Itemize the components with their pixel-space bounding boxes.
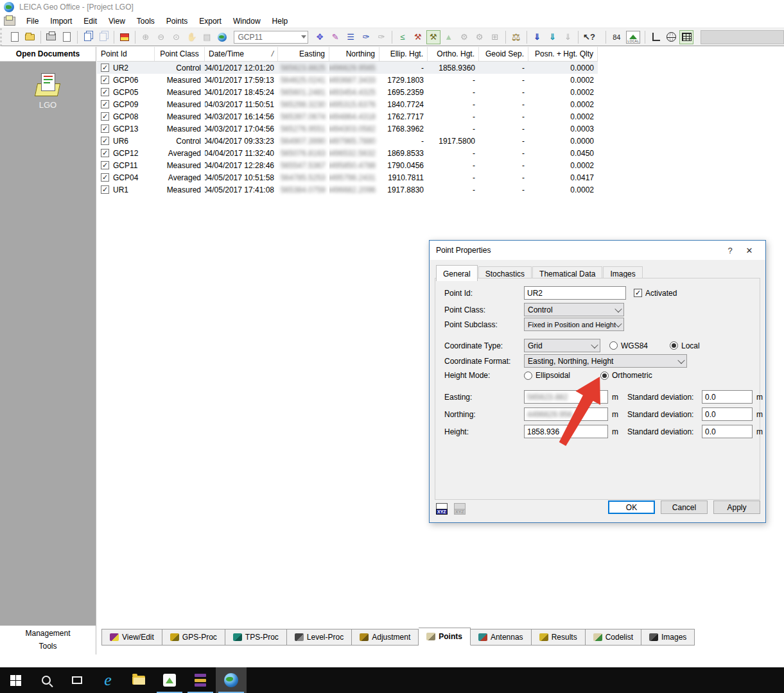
column-header-point-id[interactable]: Point Id xyxy=(97,47,155,61)
height-field[interactable]: 1858.936 xyxy=(524,425,608,438)
table-row[interactable]: ✓GCP05Measured04/01/2017 18:45:24565601.… xyxy=(97,86,598,98)
module-tab-adjustment[interactable]: Adjustment xyxy=(352,629,419,646)
module-tab-gps-proc[interactable]: GPS-Proc xyxy=(162,629,225,646)
local-radio[interactable]: Local xyxy=(670,341,700,350)
taskbar-task-view-icon[interactable] xyxy=(62,667,92,693)
row-checkbox[interactable]: ✓ xyxy=(101,124,109,133)
menu-item-tools[interactable]: Tools xyxy=(131,15,161,28)
transfer-data-icon[interactable]: ⇓ xyxy=(561,30,575,44)
taskbar-start-icon[interactable] xyxy=(0,667,31,693)
zoom-out-icon[interactable]: ⊖ xyxy=(154,30,168,44)
new-document-icon[interactable] xyxy=(8,30,22,44)
layers-icon[interactable]: ▤ xyxy=(200,30,214,44)
table-row[interactable]: ✓GCP08Measured04/03/2017 16:14:56565397.… xyxy=(97,110,598,123)
point-id-cell[interactable]: ✓UR6 xyxy=(97,135,155,147)
column-header-posn-hgt-qlty[interactable]: Posn. + Hgt. Qlty xyxy=(528,47,598,61)
assign-icon[interactable] xyxy=(118,30,132,44)
import-data-icon[interactable]: ⇓ xyxy=(530,30,544,44)
table-row[interactable]: ✓UR1Measured04/05/2017 17:41:08565384.07… xyxy=(97,184,598,196)
copy-icon[interactable] xyxy=(81,30,95,44)
row-checkbox[interactable]: ✓ xyxy=(101,173,109,182)
batch-process-icon[interactable]: ⚙ xyxy=(473,30,487,44)
edit-point-icon[interactable]: ✎ xyxy=(328,30,342,44)
row-checkbox[interactable]: ✓ xyxy=(101,100,109,108)
point-id-cell[interactable]: ✓GCP12 xyxy=(97,147,155,159)
menu-item-file[interactable]: File xyxy=(21,15,44,28)
taskbar-winrar-icon[interactable] xyxy=(185,667,216,693)
point-id-cell[interactable]: ✓GCP04 xyxy=(97,171,155,184)
edit-coordinates-icon[interactable]: ✑ xyxy=(359,30,373,44)
cancel-button[interactable]: Cancel xyxy=(661,501,708,514)
triangle-network-icon[interactable]: ▲ xyxy=(442,30,456,44)
point-id-cell[interactable]: ✓GCP09 xyxy=(97,98,155,110)
resample-icon[interactable]: ≤ xyxy=(396,30,410,44)
module-tab-codelist[interactable]: Codelist xyxy=(586,629,641,646)
open-project-icon[interactable] xyxy=(23,30,37,44)
point-id-cell[interactable]: ✓GCP08 xyxy=(97,110,155,123)
coordinate-format-dropdown[interactable]: Easting, Northing, Height xyxy=(524,354,687,368)
easting-stddev-field[interactable]: 0.0 xyxy=(702,390,753,404)
taskbar-internet-explorer-icon[interactable]: e xyxy=(92,667,123,693)
point-subclass-dropdown[interactable]: Fixed in Position and Height xyxy=(524,318,624,331)
geodetic-globe-icon[interactable] xyxy=(664,30,678,44)
table-row[interactable]: ✓GCP04Averaged04/05/2017 10:51:58564785.… xyxy=(97,171,598,184)
document-system-icon[interactable] xyxy=(4,17,15,26)
menu-item-window[interactable]: Window xyxy=(227,15,266,28)
northing-stddev-field[interactable]: 0.0 xyxy=(702,407,753,421)
module-tab-results[interactable]: Results xyxy=(532,629,586,646)
table-row[interactable]: ✓GCP09Measured04/03/2017 11:50:51565298.… xyxy=(97,98,598,110)
compute-datum-icon[interactable]: ⚒ xyxy=(411,30,425,44)
document-lgo[interactable]: LGO xyxy=(35,73,62,110)
point-list-icon[interactable]: ☰ xyxy=(344,30,358,44)
menu-item-export[interactable]: Export xyxy=(193,15,227,28)
export-data-icon[interactable]: ⇓ xyxy=(546,30,560,44)
module-tab-tps-proc[interactable]: TPS-Proc xyxy=(225,629,287,646)
sidebar-item-management[interactable]: Management xyxy=(25,629,70,638)
column-header-date-time[interactable]: Date/Time/ xyxy=(205,47,278,61)
column-header-ortho-hgt-[interactable]: Ortho. Hgt. xyxy=(428,47,479,61)
column-header-point-class[interactable]: Point Class xyxy=(155,47,205,61)
print-preview-icon[interactable] xyxy=(60,30,74,44)
orthometric-radio[interactable]: Orthometric xyxy=(600,371,652,380)
point-id-cell[interactable]: ✓GCP13 xyxy=(97,123,155,135)
point-id-cell[interactable]: ✓UR2 xyxy=(97,62,155,74)
menu-item-points[interactable]: Points xyxy=(161,15,193,28)
dialog-close-button[interactable]: ✕ xyxy=(740,243,759,257)
classic-3d-icon[interactable]: ⚒ xyxy=(426,30,440,44)
dialog-title-bar[interactable]: Point Properties ? ✕ xyxy=(430,241,765,260)
tab-general[interactable]: General xyxy=(436,265,478,281)
table-row[interactable]: ✓GCP11Measured04/04/2017 12:28:46565547.… xyxy=(97,159,598,171)
taskbar-leica-geo-office-icon[interactable] xyxy=(216,667,247,693)
move-point-icon[interactable]: ✥ xyxy=(313,30,327,44)
table-row[interactable]: ✓UR2Control04/01/2017 12:01:20565623.882… xyxy=(97,62,598,74)
table-row[interactable]: ✓GCP13Measured04/03/2017 17:04:56565276.… xyxy=(97,123,598,135)
local-coordinate-icon[interactable]: LOCAL xyxy=(625,30,641,44)
column-header-ellip-hgt-[interactable]: Ellip. Hgt. xyxy=(379,47,428,61)
row-checkbox[interactable]: ✓ xyxy=(101,185,109,194)
apply-button[interactable]: Apply xyxy=(713,501,760,514)
menu-item-help[interactable]: Help xyxy=(266,15,294,28)
activated-checkbox[interactable]: ✓ Activated xyxy=(634,289,677,298)
world-view-icon[interactable] xyxy=(215,30,229,44)
module-tab-images[interactable]: Images xyxy=(641,629,695,646)
coordinate-type-dropdown[interactable]: Grid xyxy=(524,339,600,352)
copy-coordinates-icon[interactable]: XYZ xyxy=(436,503,449,515)
local-axes-icon[interactable] xyxy=(649,30,663,44)
row-checkbox[interactable]: ✓ xyxy=(101,137,109,145)
module-tab-view-edit[interactable]: View/Edit xyxy=(101,629,162,646)
table-row[interactable]: ✓UR6Control04/04/2017 09:33:23564907.399… xyxy=(97,135,598,147)
row-checkbox[interactable]: ✓ xyxy=(101,149,109,157)
column-header-northing[interactable]: Northing xyxy=(329,47,379,61)
grid-view-icon[interactable] xyxy=(679,30,693,44)
row-checkbox[interactable]: ✓ xyxy=(101,76,109,84)
print-icon[interactable] xyxy=(44,30,58,44)
module-tab-points[interactable]: Points xyxy=(419,628,471,646)
sidebar-item-tools[interactable]: Tools xyxy=(39,642,57,651)
dialog-help-button[interactable]: ? xyxy=(720,243,740,257)
pan-icon[interactable]: ✋ xyxy=(185,30,199,44)
module-tab-level-proc[interactable]: Level-Proc xyxy=(287,629,352,646)
table-row[interactable]: ✓GCP12Averaged04/04/2017 11:32:40565076.… xyxy=(97,147,598,159)
height-stddev-field[interactable]: 0.0 xyxy=(702,425,753,438)
easting-field[interactable]: 565623.882 xyxy=(524,390,608,404)
column-header-easting[interactable]: Easting xyxy=(278,47,329,61)
